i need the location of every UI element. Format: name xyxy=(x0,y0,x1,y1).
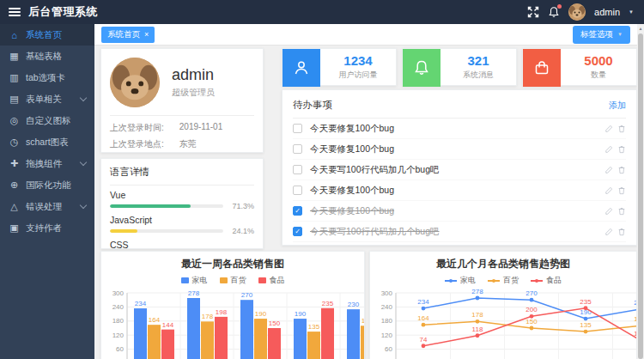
sidebar-item-8[interactable]: △错误处理 xyxy=(0,196,94,217)
tab-close-icon[interactable]: × xyxy=(144,31,149,39)
svg-text:164: 164 xyxy=(417,314,429,322)
sidebar-item-4[interactable]: ◎自定义图标 xyxy=(0,110,94,131)
sidebar-item-label: 错误处理 xyxy=(26,201,62,213)
delete-icon[interactable] xyxy=(617,125,626,133)
delete-icon[interactable] xyxy=(617,207,626,216)
todo-checkbox[interactable] xyxy=(293,124,302,133)
sidebar-item-label: 系统首页 xyxy=(26,29,62,41)
legend-swatch xyxy=(220,277,228,283)
tag-options-label: 标签选项 xyxy=(580,29,613,40)
profile-avatar xyxy=(110,58,160,107)
edit-icon[interactable] xyxy=(605,166,613,174)
svg-text:120: 120 xyxy=(112,332,125,339)
app-header: 后台管理系统 admin ▼ xyxy=(0,0,644,24)
tag-options-button[interactable]: 标签选项 ▼ xyxy=(573,26,630,44)
menu-toggle-icon[interactable] xyxy=(9,6,21,18)
legend-swatch xyxy=(181,277,189,283)
todo-checkbox[interactable]: ✓ xyxy=(293,206,302,216)
todo-item-5: ✓今天要写100行代码加几个bug吧 xyxy=(293,222,626,242)
sidebar-item-2[interactable]: ▥tab选项卡 xyxy=(0,67,94,88)
scroll-up-arrow-icon[interactable]: ▲ xyxy=(637,24,644,33)
edit-icon[interactable] xyxy=(605,145,613,154)
language-row: Vue71.3% xyxy=(110,190,254,210)
scrollbar-thumb[interactable] xyxy=(638,33,643,359)
bar-chart-card: 最近一周各品类销售图 家电百货食品 60120180240300周一周二周三周四… xyxy=(100,251,365,359)
scrollbar[interactable]: ▲ xyxy=(637,24,644,359)
tab-home[interactable]: 系统首页 × xyxy=(101,27,155,43)
delete-icon[interactable] xyxy=(617,186,626,195)
bar-chart-legend: 家电百货食品 xyxy=(101,275,364,286)
line-chart-card: 最近几个月各品类销售趋势图 家电百货食品 601201802403001月2月3… xyxy=(369,251,637,359)
svg-text:278: 278 xyxy=(471,288,483,295)
svg-text:190: 190 xyxy=(255,310,267,318)
edit-icon[interactable] xyxy=(605,125,613,133)
sidebar-item-6[interactable]: ✚拖拽组件 xyxy=(0,153,94,174)
fullscreen-icon[interactable] xyxy=(527,6,539,18)
notification-bell-icon[interactable] xyxy=(548,6,560,18)
stat-card-2[interactable]: 5000数量 xyxy=(522,48,637,86)
custom-icon: ◎ xyxy=(9,115,20,126)
delete-icon[interactable] xyxy=(617,228,626,236)
stat-label: 系统消息 xyxy=(463,70,494,81)
todo-add-button[interactable]: 添加 xyxy=(609,100,626,112)
legend-label: 家电 xyxy=(192,275,208,286)
sidebar-item-7[interactable]: ⊕国际化功能 xyxy=(0,174,94,196)
svg-text:278: 278 xyxy=(188,289,200,297)
progress-track xyxy=(110,229,223,233)
todo-checkbox[interactable] xyxy=(293,144,302,154)
svg-text:235: 235 xyxy=(322,300,334,307)
stat-value: 1234 xyxy=(343,53,372,68)
todo-checkbox[interactable] xyxy=(293,165,302,174)
svg-text:164: 164 xyxy=(149,316,161,324)
main-content: 系统首页 × 标签选项 ▼ admin 超级管理员 上次登录时间:2019-11… xyxy=(94,24,637,359)
sidebar-item-1[interactable]: ▦基础表格 xyxy=(0,46,94,67)
language-card-title: 语言详情 xyxy=(110,166,254,186)
legend-item[interactable]: 食品 xyxy=(531,275,562,286)
svg-text:300: 300 xyxy=(112,289,125,297)
todo-checkbox[interactable]: ✓ xyxy=(293,227,302,236)
edit-icon[interactable] xyxy=(605,186,613,195)
todo-text: 今天要修复100个bug xyxy=(310,143,394,155)
home-icon: ⌂ xyxy=(9,30,20,40)
stat-card-0[interactable]: 1234用户访问量 xyxy=(282,48,397,86)
legend-item[interactable]: 食品 xyxy=(258,275,285,286)
svg-text:300: 300 xyxy=(381,289,393,297)
i18n-icon: ⊕ xyxy=(9,180,20,191)
stat-card-1[interactable]: 321系统消息 xyxy=(402,48,517,86)
svg-text:180: 180 xyxy=(112,317,125,325)
username[interactable]: admin xyxy=(594,7,620,17)
language-name: CSS xyxy=(110,240,254,250)
delete-icon[interactable] xyxy=(617,166,626,174)
language-card: 语言详情 Vue71.3%JavaScript24.1%CSS13.7%HTML… xyxy=(100,158,264,249)
legend-line-marker xyxy=(488,277,500,283)
edit-icon[interactable] xyxy=(605,207,613,216)
legend-item[interactable]: 百货 xyxy=(220,275,246,286)
sidebar-item-label: 表单相关 xyxy=(26,94,62,106)
edit-icon[interactable] xyxy=(605,228,613,236)
svg-text:135: 135 xyxy=(308,323,320,331)
sidebar-item-5[interactable]: ◷schart图表 xyxy=(0,131,94,153)
table-icon: ▦ xyxy=(9,51,20,62)
profile-card: admin 超级管理员 上次登录时间:2019-11-01 上次登录地点:东莞 xyxy=(100,48,264,153)
sidebar-item-0[interactable]: ⌂系统首页 xyxy=(0,24,94,46)
legend-item[interactable]: 家电 xyxy=(445,275,476,286)
user-dropdown-caret-icon[interactable]: ▼ xyxy=(629,9,634,15)
legend-item[interactable]: 家电 xyxy=(181,275,208,286)
svg-text:234: 234 xyxy=(135,300,147,307)
delete-icon[interactable] xyxy=(617,145,626,154)
sidebar-item-3[interactable]: ▤表单相关 xyxy=(0,88,94,110)
todo-text: 今天要写100行代码加几个bug吧 xyxy=(310,226,440,238)
svg-text:270: 270 xyxy=(241,291,253,299)
svg-text:200: 200 xyxy=(526,306,538,313)
sidebar-item-9[interactable]: ▣支持作者 xyxy=(0,217,94,239)
bell-icon xyxy=(403,49,440,87)
legend-item[interactable]: 百货 xyxy=(488,275,519,286)
todo-checkbox[interactable] xyxy=(293,186,302,195)
notification-badge xyxy=(557,4,562,9)
todo-item-3: 今天要修复100个bug xyxy=(293,180,626,201)
legend-label: 百货 xyxy=(503,275,519,286)
avatar[interactable] xyxy=(568,3,586,21)
line-chart-legend: 家电百货食品 xyxy=(370,275,636,286)
warning-icon: △ xyxy=(9,201,20,212)
bar-chart-title: 最近一周各品类销售图 xyxy=(101,257,364,271)
